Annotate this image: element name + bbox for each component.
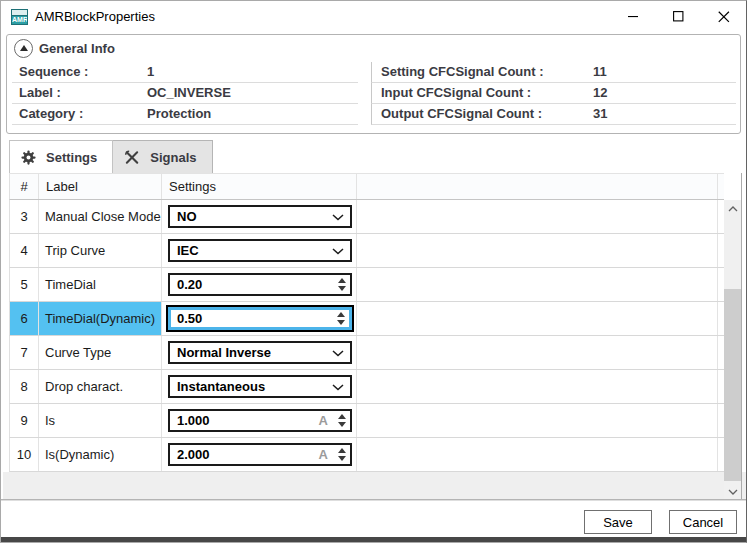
number-spinner[interactable]: 2.000 A xyxy=(168,443,352,466)
row-number: 3 xyxy=(10,200,39,233)
spinner-arrows xyxy=(338,414,346,427)
table-row[interactable]: 4 Trip Curve IEC xyxy=(9,234,724,268)
row-spacer-cell xyxy=(357,234,718,267)
table-empty-area xyxy=(3,472,746,499)
save-button[interactable]: Save xyxy=(584,510,652,534)
increment-icon[interactable] xyxy=(337,312,345,317)
tab-label: Settings xyxy=(46,150,97,165)
table-row[interactable]: 5 TimeDial 0.20 xyxy=(9,268,724,302)
vertical-scrollbar[interactable] xyxy=(724,200,741,500)
cancel-button[interactable]: Cancel xyxy=(669,510,737,534)
window-controls xyxy=(611,1,746,32)
column-header-settings[interactable]: Settings xyxy=(162,174,357,199)
close-icon xyxy=(718,11,730,23)
field-output-count: Output CFCSignal Count : 31 xyxy=(371,104,736,125)
number-spinner[interactable]: 0.50 xyxy=(168,307,352,330)
increment-icon[interactable] xyxy=(338,448,346,453)
unit-label: A xyxy=(319,445,328,464)
decrement-icon[interactable] xyxy=(338,422,346,427)
row-spacer-cell xyxy=(357,438,718,471)
dialog-window: AMR AMRBlockProperties General Info Sequ… xyxy=(0,0,747,543)
row-number: 7 xyxy=(10,336,39,369)
row-spacer-cell xyxy=(357,404,718,437)
settings-table: # Label Settings 3 Manual Close Mode NO … xyxy=(9,173,724,472)
table-row[interactable]: 8 Drop charact. Instantaneous xyxy=(9,370,724,404)
number-spinner[interactable]: 0.20 xyxy=(168,273,352,296)
spinner-value: 0.50 xyxy=(177,309,202,328)
tab-strip: Settings Signals xyxy=(9,140,213,173)
tab-label: Signals xyxy=(150,150,196,165)
field-setting-count: Setting CFCSignal Count : 11 xyxy=(371,62,736,83)
maximize-button[interactable] xyxy=(656,1,701,32)
table-row[interactable]: 7 Curve Type Normal Inverse xyxy=(9,336,724,370)
increment-icon[interactable] xyxy=(338,414,346,419)
table-row[interactable]: 3 Manual Close Mode NO xyxy=(9,200,724,234)
close-button[interactable] xyxy=(701,1,746,32)
field-label: Category : xyxy=(19,106,83,121)
row-number: 10 xyxy=(10,438,39,471)
chevron-down-icon xyxy=(332,248,344,255)
field-value: 11 xyxy=(593,64,607,79)
chevron-up-icon xyxy=(20,45,28,51)
field-label: Input CFCSignal Count : xyxy=(381,85,531,100)
tab-signals[interactable]: Signals xyxy=(113,140,212,173)
collapse-toggle-button[interactable] xyxy=(14,39,33,58)
table-row[interactable]: 10 Is(Dynamic) 2.000 A xyxy=(9,438,724,472)
table-row[interactable]: 9 Is 1.000 A xyxy=(9,404,724,438)
increment-icon[interactable] xyxy=(338,278,346,283)
spinner-value: 1.000 xyxy=(177,411,210,430)
scrollbar-thumb[interactable] xyxy=(724,289,741,481)
dropdown-select[interactable]: Normal Inverse xyxy=(168,341,352,364)
column-header-number[interactable]: # xyxy=(10,174,39,199)
field-value: Protection xyxy=(147,106,211,121)
row-label: Is xyxy=(39,404,162,437)
dropdown-value: IEC xyxy=(177,241,199,260)
row-setting-cell: 1.000 A xyxy=(162,404,357,437)
app-icon: AMR xyxy=(11,9,28,25)
decrement-icon[interactable] xyxy=(338,286,346,291)
number-spinner[interactable]: 1.000 A xyxy=(168,409,352,432)
field-label-name: Label : OC_INVERSE xyxy=(12,83,358,104)
table-row[interactable]: 6 TimeDial(Dynamic) 0.50 xyxy=(9,302,724,336)
row-label: Curve Type xyxy=(39,336,162,369)
row-number: 5 xyxy=(10,268,39,301)
chevron-down-icon xyxy=(728,489,738,495)
unit-label: A xyxy=(319,411,328,430)
table-body: 3 Manual Close Mode NO 4 Trip Curve IEC … xyxy=(9,200,724,472)
decrement-icon[interactable] xyxy=(337,320,345,325)
scroll-up-button[interactable] xyxy=(724,200,741,217)
row-number: 8 xyxy=(10,370,39,403)
minimize-button[interactable] xyxy=(611,1,656,32)
field-label: Output CFCSignal Count : xyxy=(381,106,542,121)
row-label: Is(Dynamic) xyxy=(39,438,162,471)
row-spacer-cell xyxy=(357,302,718,335)
table-right-border xyxy=(741,173,742,500)
decrement-icon[interactable] xyxy=(338,456,346,461)
field-input-count: Input CFCSignal Count : 12 xyxy=(371,83,736,104)
chevron-down-icon xyxy=(332,384,344,391)
wrench-screwdriver-icon xyxy=(124,150,140,165)
dropdown-select[interactable]: NO xyxy=(168,205,352,228)
column-header-label[interactable]: Label xyxy=(39,174,162,199)
row-setting-cell: 0.50 xyxy=(162,302,357,335)
row-number: 4 xyxy=(10,234,39,267)
row-setting-cell: Normal Inverse xyxy=(162,336,357,369)
row-spacer-cell xyxy=(357,336,718,369)
dropdown-select[interactable]: Instantaneous xyxy=(168,375,352,398)
spinner-value: 0.20 xyxy=(177,275,202,294)
footer-divider-inner xyxy=(1,500,746,501)
row-setting-cell: 0.20 xyxy=(162,268,357,301)
general-info-panel: General Info Sequence : 1 Label : OC_INV… xyxy=(6,34,741,134)
row-label: Trip Curve xyxy=(39,234,162,267)
chevron-down-icon xyxy=(332,350,344,357)
maximize-icon xyxy=(673,11,684,22)
spinner-arrows xyxy=(338,278,346,291)
scroll-down-button[interactable] xyxy=(724,483,741,500)
tab-settings[interactable]: Settings xyxy=(9,140,113,173)
field-sequence: Sequence : 1 xyxy=(12,62,358,83)
row-number: 9 xyxy=(10,404,39,437)
dropdown-select[interactable]: IEC xyxy=(168,239,352,262)
row-spacer-cell xyxy=(357,268,718,301)
field-value: 1 xyxy=(147,64,154,79)
table-header: # Label Settings xyxy=(9,173,724,200)
